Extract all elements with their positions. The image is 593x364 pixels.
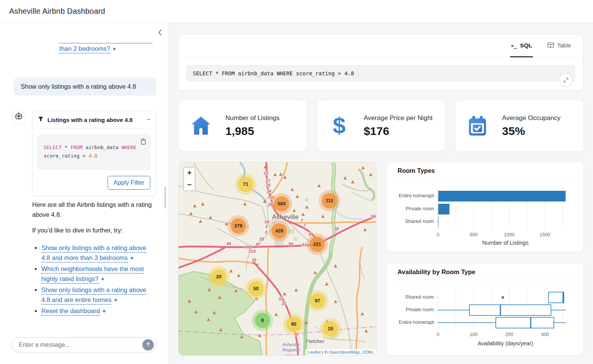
metric-label: Average Price per Night <box>364 114 433 122</box>
svg-text:50: 50 <box>288 242 293 246</box>
svg-text:100: 100 <box>470 332 478 337</box>
room-types-chart: 050010001500Entire home/aptPrivate roomS… <box>387 179 583 255</box>
sidebar-scrollbar[interactable] <box>165 187 166 209</box>
map-attribution: Leaflet | © OpenStreetMap, ODbL <box>305 349 376 355</box>
page-title: Asheville Airbnb Dashboard <box>9 7 105 16</box>
message-input[interactable] <box>19 341 142 348</box>
map-cluster-marker[interactable]: 221 <box>310 237 325 252</box>
svg-text:2: 2 <box>265 224 268 229</box>
copy-icon[interactable] <box>140 138 147 146</box>
map[interactable]: 2323242425253A221B4446B4731A505177853A55… <box>178 162 376 356</box>
sparkle-icon: ✦ <box>101 276 105 282</box>
map-cluster-marker[interactable]: 50 <box>248 281 264 296</box>
svg-text:Entire home/apt: Entire home/apt <box>399 193 434 198</box>
svg-text:1000: 1000 <box>504 232 515 237</box>
odbl-link[interactable]: ODbL <box>362 350 374 354</box>
map-cluster-marker[interactable]: 279 <box>231 218 246 234</box>
svg-text:500: 500 <box>470 232 478 237</box>
send-button[interactable] <box>142 339 154 351</box>
map-cluster-marker[interactable]: 95 <box>286 317 301 332</box>
arrow-up-icon <box>145 341 151 348</box>
tab-table-label: Table <box>557 42 571 49</box>
metric-value: 35% <box>502 125 560 138</box>
map-cluster-marker[interactable]: 20 <box>323 321 338 336</box>
svg-text:37: 37 <box>279 297 283 301</box>
svg-text:Availability (days/year): Availability (days/year) <box>478 340 533 346</box>
map-cluster-marker[interactable]: 20 <box>211 269 226 284</box>
svg-text:37: 37 <box>282 301 287 306</box>
dashboard-main: >_ SQL Table SELECT * FROM airbnb_data W… <box>168 23 593 364</box>
map-cluster-marker[interactable]: 71 <box>238 177 253 192</box>
metric-card-listings: Number of Listings 1,985 <box>178 100 307 152</box>
calendar-check-icon <box>465 115 490 137</box>
message-input-bar <box>11 337 156 353</box>
dollar-icon: $ <box>327 114 352 137</box>
chat-sidebar: than 2 bedrooms?✦ Show only listings wit… <box>0 23 168 364</box>
svg-text:44: 44 <box>226 241 231 246</box>
app-header: Asheville Airbnb Dashboard <box>0 0 593 23</box>
filter-card: Listings with a rating above 4.8 − SELEC… <box>32 111 156 196</box>
svg-text:Entire home/apt: Entire home/apt <box>399 319 434 325</box>
chart-title: Room Types <box>387 162 583 179</box>
sparkle-icon: ✦ <box>130 255 134 261</box>
osm-link[interactable]: OpenStreetMap <box>329 350 360 354</box>
map-cluster-marker[interactable]: 584 <box>274 196 289 211</box>
svg-text:0: 0 <box>437 232 440 237</box>
availability-chart: 0100200300Shared roomPrivate roomEntire … <box>387 280 583 358</box>
svg-text:3A: 3A <box>264 219 269 224</box>
assistant-message-line1: Here are all the Airbnb listings with a … <box>32 200 155 220</box>
table-icon <box>547 42 554 49</box>
svg-text:200: 200 <box>505 332 513 337</box>
svg-text:1500: 1500 <box>539 232 550 237</box>
user-message: Show only listings with a rating above 4… <box>14 78 156 96</box>
metric-value: 1,985 <box>225 125 280 138</box>
svg-text:1B: 1B <box>259 237 264 241</box>
svg-text:24: 24 <box>266 189 271 193</box>
map-label-fletcher: Fletcher <box>306 338 324 344</box>
robot-icon <box>14 112 23 123</box>
suggestion-link-neighborhoods[interactable]: Which neighborhoods have the most highly… <box>41 265 144 282</box>
suggestion-link-bedrooms[interactable]: Show only listings with a rating above 4… <box>41 244 146 261</box>
suggestion-link-entire-homes[interactable]: Show only listings with a rating above 4… <box>41 286 146 303</box>
list-item: Reset the dashboard✦ <box>41 306 155 316</box>
svg-text:Private room: Private room <box>406 307 434 312</box>
map-cluster-marker[interactable]: 8 <box>255 313 270 328</box>
tab-sql-label: SQL <box>520 42 532 49</box>
svg-text:Shared room: Shared room <box>405 218 434 224</box>
sparkle-icon: ✦ <box>113 297 118 303</box>
list-item: Show only listings with a rating above 4… <box>41 285 155 305</box>
assistant-avatar <box>11 110 26 124</box>
suggestion-link-partial[interactable]: than 2 bedrooms?✦ <box>59 45 117 52</box>
sparkle-icon: ✦ <box>112 46 117 52</box>
svg-text:23: 23 <box>265 178 270 183</box>
map-cluster-marker[interactable]: 428 <box>272 223 287 239</box>
expand-icon[interactable] <box>559 73 572 86</box>
zoom-out-button[interactable]: − <box>184 179 195 190</box>
collapse-filter-card-button[interactable]: − <box>147 116 150 123</box>
suggestion-list: Show only listings with a rating above 4… <box>32 243 155 317</box>
suggestion-link-reset[interactable]: Reset the dashboard✦ <box>41 307 106 314</box>
house-icon <box>189 114 213 138</box>
svg-text:0: 0 <box>437 332 440 337</box>
map-tiles: 2323242425253A221B4446B4731A505177853A55… <box>179 162 376 356</box>
tab-sql[interactable]: >_ SQL <box>510 35 533 57</box>
sql-query-text: SELECT * FROM airbnb_data WHERE score_ra… <box>193 70 354 76</box>
tab-table[interactable]: Table <box>547 35 572 57</box>
svg-text:59: 59 <box>371 214 375 219</box>
svg-text:47: 47 <box>255 242 261 247</box>
zoom-in-button[interactable]: + <box>184 167 195 179</box>
filter-sql-code: SELECT * FROM airbnb_data WHEREscore_rat… <box>44 145 137 159</box>
list-item: Show only listings with a rating above 4… <box>41 243 155 263</box>
leaflet-link[interactable]: Leaflet <box>308 350 321 354</box>
map-cluster-marker[interactable]: 112 <box>322 193 337 208</box>
metric-cards: Number of Listings 1,985 $ Average Price… <box>178 100 584 152</box>
map-label-airport: AshevilleRegionalAirport <box>282 342 300 356</box>
apply-filter-button[interactable]: Apply Filter <box>108 176 150 190</box>
metric-card-price: $ Average Price per Night $176 <box>317 100 446 152</box>
sidebar-collapse-button[interactable] <box>158 29 163 37</box>
metric-label: Number of Listings <box>225 114 280 122</box>
map-zoom-control: + − <box>183 167 195 191</box>
map-cluster-marker[interactable]: 97 <box>310 293 325 309</box>
filter-icon <box>38 116 44 123</box>
map-label-asheville: Asheville <box>272 214 298 221</box>
